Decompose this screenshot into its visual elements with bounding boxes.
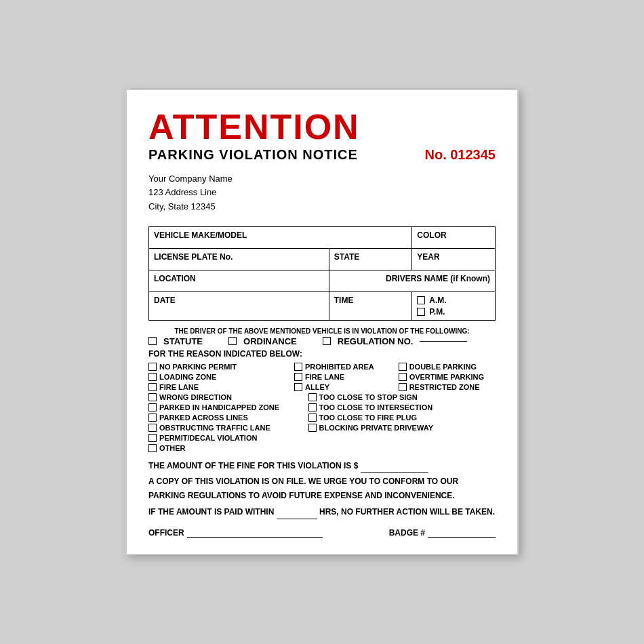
hrs-line <box>277 505 317 519</box>
obstructing-traffic-item: OBSTRUCTING TRAFFIC LANE <box>148 424 308 432</box>
city-state: City, State 12345 <box>148 200 496 214</box>
other-checkbox[interactable] <box>148 444 157 452</box>
officer-row: OFFICER BADGE # <box>148 527 496 538</box>
too-close-intersection-label: TOO CLOSE TO INTERSECTION <box>319 403 433 411</box>
officer-field: OFFICER <box>148 527 323 538</box>
too-close-stop-sign-checkbox[interactable] <box>308 393 317 401</box>
state-cell: STATE <box>329 248 412 270</box>
statute-checkbox[interactable] <box>148 337 157 345</box>
loading-zone-label: LOADING ZONE <box>159 373 216 381</box>
prohibited-area-checkbox[interactable] <box>294 363 302 371</box>
pvn-label: PARKING VIOLATION NOTICE <box>148 147 358 163</box>
am-label: A.M. <box>429 296 446 305</box>
no-parking-permit-checkbox[interactable] <box>148 363 157 371</box>
header-row: PARKING VIOLATION NOTICE No. 012345 <box>148 147 496 163</box>
too-close-stop-sign-item: TOO CLOSE TO STOP SIGN <box>308 393 496 401</box>
handicapped-zone-checkbox[interactable] <box>148 403 157 411</box>
fine-text3-suffix: HRS, NO FURTHER ACTION WILL BE TAKEN. <box>319 507 495 517</box>
ampm-cell: A.M. P.M. <box>412 291 496 320</box>
fire-lane2-item: FIRE LANE <box>148 383 294 391</box>
permit-decal-checkbox[interactable] <box>148 434 157 442</box>
alley-label: ALLEY <box>305 383 329 391</box>
double-parking-label: DOUBLE PARKING <box>409 363 477 371</box>
permit-decal-item: PERMIT/DECAL VIOLATION <box>148 434 496 442</box>
time-cell: TIME <box>329 291 412 320</box>
badge-field: BADGE # <box>389 527 496 538</box>
obstructing-traffic-label: OBSTRUCTING TRAFFIC LANE <box>159 424 270 432</box>
attention-title: ATTENTION <box>148 109 496 144</box>
restricted-zone-label: RESTRICTED ZONE <box>409 383 480 391</box>
too-close-intersection-item: TOO CLOSE TO INTERSECTION <box>308 403 496 411</box>
restricted-zone-item: RESTRICTED ZONE <box>399 383 496 391</box>
wrong-direction-checkbox[interactable] <box>148 393 157 401</box>
no-parking-permit-label: NO PARKING PERMIT <box>159 363 237 371</box>
officer-line <box>187 527 323 538</box>
wrong-direction-label: WRONG DIRECTION <box>159 393 232 401</box>
statute-label: STATUTE <box>163 336 203 346</box>
address-line: 123 Address Line <box>148 186 496 200</box>
alley-checkbox[interactable] <box>294 383 302 391</box>
loading-zone-item: LOADING ZONE <box>148 373 294 381</box>
too-close-intersection-checkbox[interactable] <box>308 403 317 411</box>
prohibited-area-label: PROHIBITED AREA <box>305 363 374 371</box>
license-plate-cell: LICENSE PLATE No. <box>149 248 329 270</box>
too-close-fire-plug-checkbox[interactable] <box>308 414 317 422</box>
year-cell: YEAR <box>412 248 496 270</box>
fine-section: THE AMOUNT OF THE FINE FOR THIS VIOLATIO… <box>148 459 496 520</box>
checkbox-row-9: OTHER <box>148 444 496 452</box>
restricted-zone-checkbox[interactable] <box>399 383 407 391</box>
checkbox-grid: NO PARKING PERMIT PROHIBITED AREA DOUBLE… <box>148 363 496 452</box>
location-cell: LOCATION <box>149 270 329 291</box>
fine-line-3: IF THE AMOUNT IS PAID WITHIN HRS, NO FUR… <box>148 505 496 519</box>
fine-line-1: THE AMOUNT OF THE FINE FOR THIS VIOLATIO… <box>148 459 496 473</box>
checkbox-row-1: NO PARKING PERMIT PROHIBITED AREA DOUBLE… <box>148 363 496 371</box>
ordinance-checkbox[interactable] <box>228 337 237 345</box>
vehicle-info-table: VEHICLE MAKE/MODEL COLOR LICENSE PLATE N… <box>148 226 496 321</box>
too-close-stop-sign-label: TOO CLOSE TO STOP SIGN <box>319 393 418 401</box>
other-label: OTHER <box>159 444 186 452</box>
violation-header: THE DRIVER OF THE ABOVE MENTIONED VEHICL… <box>148 327 496 335</box>
fire-lane-checkbox[interactable] <box>294 373 302 381</box>
drivers-name-cell: DRIVERS NAME (if Known) <box>329 270 495 291</box>
regulation-checkbox[interactable] <box>323 337 331 345</box>
checkbox-row-5: PARKED IN HANDICAPPED ZONE TOO CLOSE TO … <box>148 403 496 411</box>
violation-types-row: STATUTE ORDINANCE REGULATION NO. <box>148 336 496 346</box>
double-parking-checkbox[interactable] <box>399 363 407 371</box>
fine-line-2: A COPY OF THIS VIOLATION IS ON FILE. WE … <box>148 475 496 502</box>
overtime-parking-label: OVERTIME PARKING <box>409 373 484 381</box>
parked-across-lines-item: PARKED ACROSS LINES <box>148 414 308 422</box>
too-close-fire-plug-label: TOO CLOSE TO FIRE PLUG <box>319 414 417 422</box>
overtime-parking-item: OVERTIME PARKING <box>399 373 496 381</box>
double-parking-item: DOUBLE PARKING <box>399 363 496 371</box>
am-checkbox[interactable] <box>417 296 425 304</box>
fine-text1: THE AMOUNT OF THE FINE FOR THIS VIOLATIO… <box>148 461 358 470</box>
for-reason: FOR THE REASON INDICATED BELOW: <box>148 349 496 359</box>
checkbox-row-2: LOADING ZONE FIRE LANE OVERTIME PARKING <box>148 373 496 381</box>
fine-text3-prefix: IF THE AMOUNT IS PAID WITHIN <box>148 507 274 517</box>
overtime-parking-checkbox[interactable] <box>399 373 407 381</box>
blocking-driveway-checkbox[interactable] <box>308 424 317 432</box>
other-item: OTHER <box>148 444 496 452</box>
fine-amount-line <box>361 459 428 473</box>
loading-zone-checkbox[interactable] <box>148 373 157 381</box>
badge-label: BADGE # <box>389 528 425 538</box>
company-info: Your Company Name 123 Address Line City,… <box>148 172 496 214</box>
checkbox-row-7: OBSTRUCTING TRAFFIC LANE BLOCKING PRIVAT… <box>148 424 496 432</box>
badge-line <box>428 527 496 538</box>
blocking-driveway-label: BLOCKING PRIVATE DRIVEWAY <box>319 424 433 432</box>
notice-card: ATTENTION PARKING VIOLATION NOTICE No. 0… <box>125 89 519 556</box>
parked-across-lines-checkbox[interactable] <box>148 414 157 422</box>
checkbox-row-4: WRONG DIRECTION TOO CLOSE TO STOP SIGN <box>148 393 496 401</box>
fire-lane2-checkbox[interactable] <box>148 383 157 391</box>
color-cell: COLOR <box>412 226 496 248</box>
permit-decal-label: PERMIT/DECAL VIOLATION <box>159 434 257 442</box>
handicapped-zone-item: PARKED IN HANDICAPPED ZONE <box>148 403 308 411</box>
company-name: Your Company Name <box>148 172 496 186</box>
pm-checkbox[interactable] <box>417 308 425 316</box>
wrong-direction-item: WRONG DIRECTION <box>148 393 308 401</box>
handicapped-zone-label: PARKED IN HANDICAPPED ZONE <box>159 403 279 411</box>
fire-lane2-label: FIRE LANE <box>159 383 199 391</box>
obstructing-traffic-checkbox[interactable] <box>148 424 157 432</box>
regulation-label: REGULATION NO. <box>338 336 414 346</box>
no-parking-permit-item: NO PARKING PERMIT <box>148 363 294 371</box>
